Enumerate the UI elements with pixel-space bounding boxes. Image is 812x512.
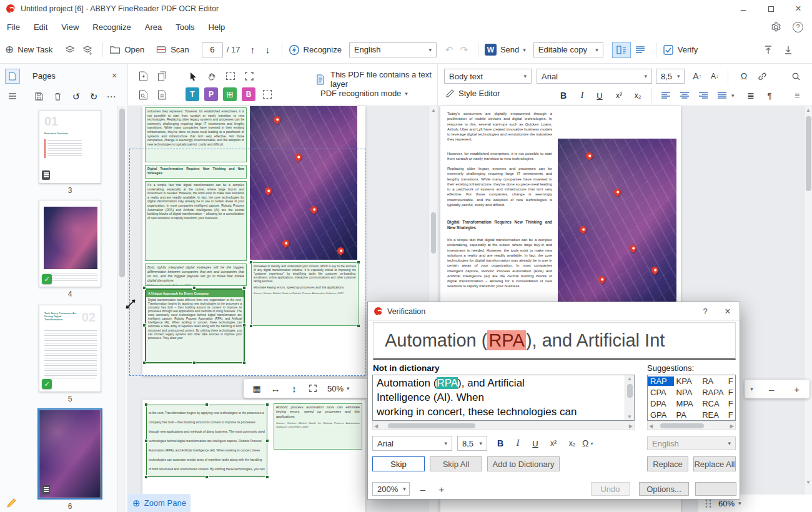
options-button[interactable]: Options... (639, 482, 689, 496)
new-task-button[interactable]: ⊕ New Task (5, 44, 52, 55)
suggestion-row[interactable]: DPA MPA RCA F (648, 398, 735, 409)
page-thumbnail-selected[interactable] (39, 410, 101, 498)
image-area-tool-icon[interactable]: P (204, 87, 218, 101)
more-actions-icon[interactable]: ⋯ (104, 89, 119, 104)
formatting-options-icon[interactable]: ≡ (789, 87, 805, 104)
pages-panel-close-icon[interactable]: × (107, 69, 121, 82)
zoom-pane-button[interactable]: ⊕ Zoom Pane (128, 494, 191, 512)
fit-width-icon[interactable]: ↔ (267, 381, 284, 396)
ocr-block[interactable]: Robotic process automation tools can eli… (274, 403, 362, 450)
send-button[interactable]: W Send ▾ (485, 44, 526, 56)
page-thumbnail[interactable]: 02 Tech Savvy Customers Are Driving Digi… (39, 305, 101, 392)
zoom-in-icon[interactable]: + (790, 382, 804, 396)
line-spacing-icon[interactable]: ≣ (743, 87, 759, 104)
replace-button[interactable]: Replace (647, 456, 688, 471)
align-justify-icon[interactable] (714, 87, 730, 104)
suggestion-row[interactable]: CPA NPA RAPA F (648, 386, 735, 398)
menu-help[interactable]: Help (202, 17, 232, 36)
close-dialog-button[interactable] (695, 482, 736, 496)
menu-view[interactable]: View (54, 17, 86, 36)
settings-gear-icon[interactable] (771, 22, 781, 32)
dialog-superscript-icon[interactable]: x² (545, 436, 562, 451)
help-icon[interactable]: ? (793, 22, 803, 32)
fit-page-icon[interactable] (305, 381, 321, 396)
text-scrollbar[interactable]: ▲ ▼ (804, 106, 812, 512)
dialog-italic-icon[interactable]: I (510, 436, 526, 451)
view-text-only-toggle[interactable] (631, 42, 650, 58)
suggestion-row[interactable]: GPA PA REA F (648, 409, 735, 420)
resize-grip[interactable] (705, 499, 712, 508)
skip-button[interactable]: Skip (372, 456, 425, 471)
dialog-bold-icon[interactable]: B (492, 436, 508, 451)
suggestions-horizontal-scrollbar[interactable]: ◀ ▶ (647, 421, 736, 430)
page-thumbnail[interactable]: 01 Executive Overview (39, 110, 101, 184)
adjust-borders-tool-icon[interactable] (260, 87, 274, 101)
add-to-dictionary-button[interactable]: Add to Dictionary (487, 456, 560, 471)
feedback-pencil-icon[interactable] (6, 498, 17, 508)
scan-button[interactable]: Scan (156, 45, 189, 54)
next-page-icon[interactable]: ↓ (260, 42, 275, 57)
dialog-help-icon[interactable]: ? (695, 303, 716, 320)
dialog-zoom-in-icon[interactable]: + (434, 482, 449, 496)
marquee-move-tool-icon[interactable] (223, 69, 238, 84)
pdf-recognition-mode-button[interactable]: PDF recognition mode ▾ (320, 89, 408, 98)
dialog-zoom-select[interactable]: 200%▾ (372, 482, 410, 496)
suggestion-selected[interactable]: RAP (648, 377, 674, 386)
rotate-left-icon[interactable]: ↺ (69, 89, 84, 104)
redo-icon[interactable]: ↷ (457, 42, 472, 57)
recognize-button[interactable]: Recognize (289, 44, 342, 56)
export-up-icon[interactable] (763, 45, 773, 55)
menu-tools[interactable]: Tools (169, 17, 201, 36)
font-size-select[interactable]: 8,5▾ (656, 69, 685, 84)
ocr-block[interactable]: to the next. Transformation begins by ap… (146, 405, 267, 477)
pan-tool-icon[interactable] (204, 69, 219, 84)
export-down-icon[interactable] (783, 45, 793, 55)
replace-all-button[interactable]: Replace All (693, 456, 736, 471)
suggestions-list[interactable]: RAP KPA RA F CPA NPA RAPA F DPA MPA RCA … (647, 375, 736, 421)
align-right-icon[interactable] (695, 87, 711, 104)
dialog-title-bar[interactable]: Verification ? × (368, 302, 740, 321)
save-pages-icon[interactable] (31, 89, 46, 104)
subscript-icon[interactable]: x₂ (629, 87, 646, 104)
italic-icon[interactable]: I (574, 87, 590, 104)
paragraph-style-select[interactable]: Body text▾ (444, 69, 532, 84)
bold-icon[interactable]: B (555, 87, 572, 104)
special-character-icon[interactable]: Ω (736, 69, 751, 84)
crop-tool-icon[interactable] (242, 69, 257, 84)
ocr-language-select[interactable]: English▾ (349, 42, 437, 57)
copy-page-icon[interactable] (154, 69, 169, 84)
selection-rectangle[interactable] (129, 149, 365, 376)
skip-all-button[interactable]: Skip All (430, 456, 482, 471)
editor-vertical-scrollbar[interactable]: ▲ ▼ (625, 375, 634, 420)
verification-text-editor[interactable]: Automation (RPA), and Artificial Intelli… (372, 375, 635, 421)
layers-export-icon[interactable] (79, 41, 96, 59)
dialog-font-size-select[interactable]: 8,5▾ (457, 436, 487, 451)
maximize-button[interactable] (757, 0, 785, 17)
menu-edit[interactable]: Edit (27, 17, 54, 36)
undo-icon[interactable]: ↶ (442, 42, 457, 57)
table-area-tool-icon[interactable]: ⊞ (223, 87, 237, 101)
page-thumbnail[interactable]: ✓ (39, 200, 101, 287)
text-area-tool-icon[interactable]: T (186, 87, 199, 101)
chevron-down-icon[interactable]: ▾ (731, 92, 735, 99)
undo-button[interactable]: Undo (591, 482, 630, 496)
minimize-button[interactable]: – (730, 0, 757, 17)
open-button[interactable]: Open (109, 45, 144, 54)
main-zoom-select[interactable]: 60% ▾ (718, 499, 741, 508)
close-button[interactable]: × (785, 0, 812, 17)
background-area-tool-icon[interactable]: B (242, 87, 255, 101)
hyperlink-icon[interactable] (754, 69, 770, 84)
image-zoom-select[interactable]: 50% ▾ (327, 384, 350, 393)
superscript-icon[interactable]: x² (610, 87, 628, 104)
dialog-subscript-icon[interactable]: x₂ (563, 436, 581, 451)
zoom-out-icon[interactable]: – (765, 382, 778, 396)
align-center-icon[interactable] (676, 87, 693, 104)
dialog-close-icon[interactable]: × (716, 303, 740, 320)
pages-view-thumbnails-icon[interactable] (5, 69, 20, 84)
paragraph-marks-icon[interactable]: ¶ (761, 87, 778, 104)
dialog-underline-icon[interactable]: U (527, 436, 543, 451)
chevron-down-icon[interactable]: ▾ (750, 386, 753, 392)
font-family-select[interactable]: Arial▾ (537, 69, 652, 84)
fit-pages-icon[interactable]: ▦ (249, 381, 265, 396)
read-area-icon[interactable] (136, 87, 151, 102)
